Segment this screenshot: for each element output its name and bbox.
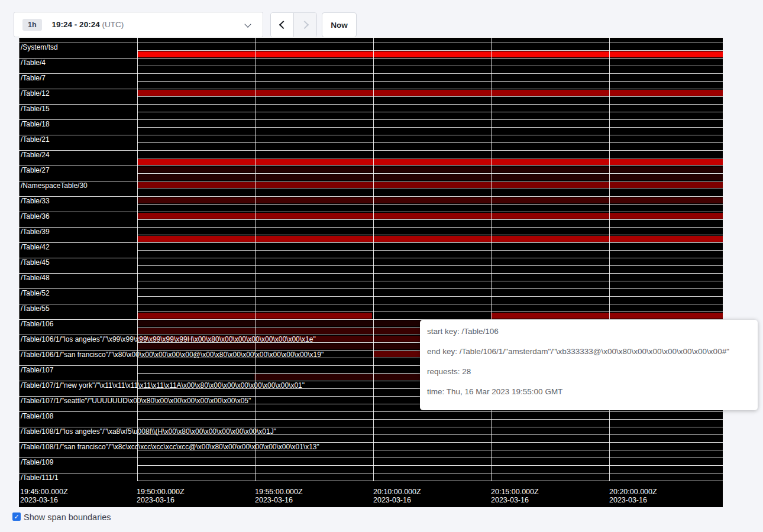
checkmark-icon: ✓ xyxy=(14,513,19,520)
tooltip-end-key: end key: /Table/106/1/"amsterdam"/"\xb33… xyxy=(427,348,751,356)
row-label: /Table/12 xyxy=(21,90,50,98)
x-axis-label: 20:15:00.000Z2023-03-16 xyxy=(491,488,539,504)
next-interval-button[interactable] xyxy=(293,13,316,37)
span-boundary-line xyxy=(19,89,723,89)
span-boundary-line xyxy=(19,411,723,412)
tooltip-requests: requests: 28 xyxy=(427,368,751,376)
row-label: /Table/48 xyxy=(21,274,50,282)
span-boundary-line xyxy=(137,219,723,220)
heat-band xyxy=(137,90,723,96)
span-boundary-line xyxy=(19,458,723,458)
span-boundary-line xyxy=(19,58,723,59)
prev-interval-button[interactable] xyxy=(271,13,293,37)
heat-band xyxy=(137,174,723,180)
row-label: /Table/15 xyxy=(21,105,50,113)
span-boundary-line xyxy=(137,158,723,158)
span-boundary-line xyxy=(19,304,723,304)
span-boundary-line xyxy=(137,189,723,189)
row-label: /Table/107 xyxy=(21,366,53,374)
time-range-select[interactable]: 1h 19:24 - 20:24 (UTC) xyxy=(14,12,263,37)
span-boundary-line xyxy=(137,142,723,143)
row-label: /Table/24 xyxy=(21,151,50,159)
span-boundary-line xyxy=(137,481,723,481)
span-boundary-line xyxy=(19,258,723,258)
span-boundary-line xyxy=(19,166,723,166)
row-label: /System/tsd xyxy=(21,44,58,51)
show-span-boundaries-label[interactable]: Show span boundaries xyxy=(24,512,111,522)
time-nav-group xyxy=(270,12,317,37)
x-axis-label: 20:10:00.000Z2023-03-16 xyxy=(373,488,421,504)
heat-band xyxy=(492,313,723,319)
row-label: /Table/4 xyxy=(21,59,46,67)
column-boundary-line xyxy=(255,37,256,481)
x-axis-label: 20:20:00.000Z2023-03-16 xyxy=(609,488,657,504)
column-boundary-line xyxy=(137,37,138,481)
span-boundary-line xyxy=(19,135,723,135)
span-boundary-line xyxy=(19,119,723,120)
chart-left-border xyxy=(19,37,20,481)
row-label: /Table/52 xyxy=(21,290,50,297)
row-label: /Table/55 xyxy=(21,305,50,313)
row-label: /Table/18 xyxy=(21,121,50,128)
row-label: /Table/108 xyxy=(21,413,53,420)
span-boundary-line xyxy=(19,150,723,151)
range-utc-suffix: (UTC) xyxy=(100,20,124,29)
row-label: /Table/33 xyxy=(21,197,50,205)
span-boundary-line xyxy=(137,250,723,251)
chevron-down-icon xyxy=(244,21,251,27)
span-boundary-line xyxy=(137,127,723,128)
keyvis-chart[interactable]: /System/tsd/Table/4/Table/7/Table/12/Tab… xyxy=(19,37,723,507)
row-label: /Table/36 xyxy=(21,213,50,220)
cell-tooltip: start key: /Table/106 end key: /Table/10… xyxy=(420,320,758,410)
tooltip-time: time: Thu, 16 Mar 2023 19:55:00 GMT xyxy=(427,388,751,396)
now-button[interactable]: Now xyxy=(322,12,357,37)
heat-band xyxy=(137,51,723,57)
row-label: /Table/107/1/"seattle"/"UUUUUUD\x00\x80\… xyxy=(21,397,251,405)
span-boundary-line xyxy=(19,288,723,289)
row-label: /Table/27 xyxy=(21,167,50,174)
row-label: /Table/106/1/"los angeles"/"\x99\x99\x99… xyxy=(21,336,316,343)
span-boundary-line xyxy=(137,173,723,174)
row-label: /Table/109 xyxy=(21,459,53,466)
chevron-left-icon xyxy=(279,21,287,29)
span-boundary-line xyxy=(137,281,723,281)
key-visualizer-page: 1h 19:24 - 20:24 (UTC) Now /System/tsd/T… xyxy=(0,0,763,532)
row-label: /NamespaceTable/30 xyxy=(21,182,88,190)
span-boundary-line xyxy=(19,73,723,74)
span-boundary-line xyxy=(19,43,723,43)
row-label: /Table/7 xyxy=(21,74,46,82)
tooltip-start-key: start key: /Table/106 xyxy=(427,327,751,336)
span-boundary-line xyxy=(19,473,723,473)
column-boundary-line xyxy=(373,37,374,481)
row-label: /Table/21 xyxy=(21,136,50,144)
row-label: /Table/42 xyxy=(21,244,50,251)
column-boundary-line xyxy=(609,37,610,481)
span-boundary-line xyxy=(19,242,723,243)
span-boundary-line xyxy=(19,104,723,105)
span-boundary-line xyxy=(19,227,723,228)
heat-band xyxy=(137,182,723,188)
span-boundary-line xyxy=(137,112,723,112)
span-boundary-line xyxy=(19,273,723,274)
show-span-boundaries-checkbox[interactable]: ✓ xyxy=(12,512,21,521)
heat-band xyxy=(137,159,723,165)
range-times: 19:24 - 20:24 xyxy=(52,20,100,29)
span-boundary-line xyxy=(19,212,723,212)
row-label: /Table/111/1 xyxy=(21,474,59,482)
heat-band xyxy=(137,167,723,173)
heat-band xyxy=(137,236,723,242)
x-axis-label: 19:55:00.000Z2023-03-16 xyxy=(255,488,303,504)
row-label: /Table/45 xyxy=(21,259,50,267)
range-label: 19:24 - 20:24 (UTC) xyxy=(52,20,124,29)
span-boundary-line xyxy=(137,419,723,420)
heat-band xyxy=(137,197,723,203)
span-boundary-line xyxy=(137,312,723,312)
span-boundary-line xyxy=(137,235,723,235)
x-axis-label: 19:45:00.000Z2023-03-16 xyxy=(20,488,68,504)
span-boundary-line xyxy=(19,181,723,181)
span-boundary-line xyxy=(137,66,723,66)
column-boundary-line xyxy=(491,37,492,481)
span-boundary-line xyxy=(137,465,723,466)
span-boundary-line xyxy=(137,296,723,297)
row-label: /Table/107/1/"new york"/"\x11\x11\x11\x1… xyxy=(21,382,305,390)
